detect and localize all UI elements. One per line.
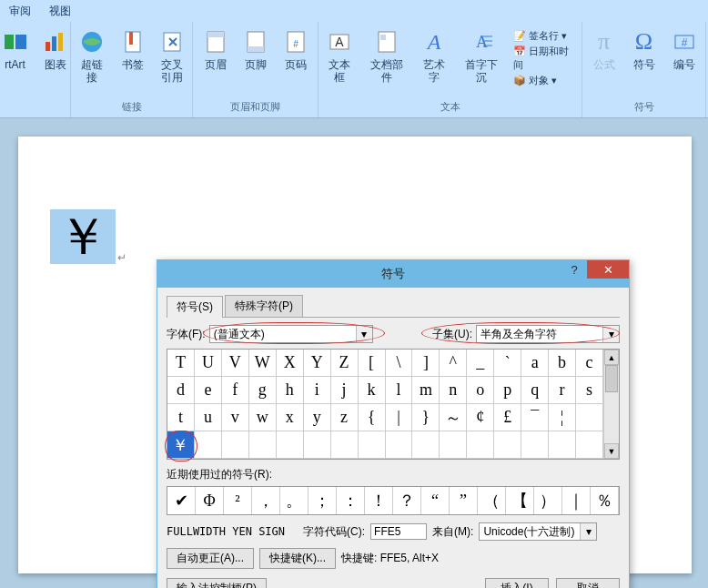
ribbon-bookmark[interactable]: 书签: [114, 25, 153, 86]
symbol-cell[interactable]: [576, 431, 603, 459]
ribbon-smartart[interactable]: rtArt: [0, 25, 35, 73]
cancel-button[interactable]: 取消: [556, 578, 620, 588]
symbol-cell[interactable]: {: [359, 404, 386, 431]
insert-button[interactable]: 插入(I): [485, 578, 549, 588]
subset-select[interactable]: 半角及全角字符 ▾: [476, 325, 620, 343]
ribbon-symbol[interactable]: Ω 符号: [624, 25, 664, 73]
symbol-cell[interactable]: [304, 431, 331, 459]
ribbon-footer[interactable]: 页脚: [236, 25, 276, 73]
symbol-cell[interactable]: [249, 431, 277, 459]
symbol-cell[interactable]: [440, 431, 467, 459]
ribbon-chart[interactable]: 图表: [35, 25, 76, 73]
symbol-cell[interactable]: x: [277, 404, 304, 431]
symbol-cell[interactable]: u: [195, 404, 222, 431]
ribbon-crossref[interactable]: 交叉 引用: [153, 25, 192, 86]
ribbon-textbox[interactable]: A 文本框: [319, 25, 360, 91]
symbol-cell[interactable]: [277, 431, 304, 459]
symbol-cell[interactable]: ¢: [467, 404, 494, 431]
symbol-cell[interactable]: [549, 431, 576, 459]
symbol-cell[interactable]: [412, 431, 440, 459]
ime-handle-button[interactable]: 输入法控制柄(P): [167, 578, 267, 588]
recent-symbol-cell[interactable]: ％: [591, 487, 619, 514]
ribbon-wordart[interactable]: A 艺术字: [413, 25, 455, 91]
symbol-cell[interactable]: [494, 431, 521, 459]
shortcut-key-button[interactable]: 快捷键(K)...: [259, 548, 336, 569]
scroll-down-button[interactable]: ▼: [604, 443, 619, 459]
ribbon-quickparts[interactable]: 文档部件: [360, 25, 413, 91]
symbol-cell[interactable]: c: [576, 350, 603, 377]
symbol-cell[interactable]: m: [412, 377, 440, 404]
symbol-cell[interactable]: b: [549, 350, 576, 377]
recent-symbol-cell[interactable]: ；: [308, 487, 337, 514]
symbol-cell[interactable]: j: [331, 377, 359, 404]
symbol-cell[interactable]: k: [359, 377, 386, 404]
symbol-cell[interactable]: r: [549, 377, 576, 404]
menu-review[interactable]: 审阅: [9, 4, 31, 18]
ribbon-header[interactable]: 页眉: [196, 25, 236, 73]
menu-view[interactable]: 视图: [49, 4, 71, 18]
symbol-cell[interactable]: h: [277, 377, 304, 404]
close-button[interactable]: ✕: [587, 260, 629, 279]
symbol-cell[interactable]: [386, 431, 413, 459]
symbol-cell[interactable]: i: [304, 377, 331, 404]
symbol-cell[interactable]: [467, 431, 494, 459]
symbol-cell[interactable]: [331, 431, 359, 459]
symbol-cell[interactable]: f: [222, 377, 249, 404]
symbol-cell[interactable]: s: [576, 377, 603, 404]
recent-symbol-cell[interactable]: ！: [365, 487, 393, 514]
symbol-cell[interactable]: T: [167, 350, 195, 377]
ribbon-number[interactable]: # 编号: [664, 25, 704, 73]
ribbon-signature[interactable]: 📝 签名行 ▾: [513, 29, 576, 43]
symbol-cell[interactable]: \: [386, 350, 413, 377]
ribbon-hyperlink[interactable]: 超链接: [71, 25, 114, 86]
recent-symbol-cell[interactable]: ）: [534, 487, 562, 514]
symbol-cell[interactable]: Z: [331, 350, 359, 377]
recent-symbol-cell[interactable]: ²: [224, 487, 252, 514]
symbol-cell[interactable]: d: [167, 377, 195, 404]
symbol-cell[interactable]: p: [494, 377, 521, 404]
symbol-cell[interactable]: z: [331, 404, 359, 431]
symbol-cell[interactable]: t: [167, 404, 195, 431]
help-button[interactable]: ?: [561, 260, 587, 279]
recent-symbol-cell[interactable]: ｜: [562, 487, 591, 514]
symbol-cell[interactable]: v: [222, 404, 249, 431]
dialog-titlebar[interactable]: 符号 ? ✕: [157, 260, 629, 288]
symbol-cell[interactable]: X: [277, 350, 304, 377]
recent-symbol-cell[interactable]: ”: [450, 487, 478, 514]
symbol-cell[interactable]: £: [494, 404, 521, 431]
scroll-up-button[interactable]: ▲: [604, 350, 619, 365]
symbol-cell[interactable]: `: [494, 350, 521, 377]
symbol-cell[interactable]: a: [521, 350, 549, 377]
ribbon-dropcap[interactable]: A 首字下沉: [455, 25, 508, 91]
tab-special[interactable]: 特殊字符(P): [225, 295, 303, 317]
symbol-cell[interactable]: e: [195, 377, 222, 404]
ribbon-datetime[interactable]: 📅 日期和时间: [513, 45, 576, 72]
symbol-cell[interactable]: Y: [304, 350, 331, 377]
recent-symbol-cell[interactable]: ？: [393, 487, 421, 514]
symbol-cell[interactable]: ¯: [521, 404, 549, 431]
symbol-cell[interactable]: l: [386, 377, 413, 404]
symbol-cell[interactable]: [: [359, 350, 386, 377]
autocorrect-button[interactable]: 自动更正(A)...: [167, 548, 254, 569]
char-code-input[interactable]: [370, 523, 427, 540]
ribbon-equation[interactable]: π 公式: [584, 25, 624, 73]
symbol-cell[interactable]: n: [440, 377, 467, 404]
symbol-cell[interactable]: q: [521, 377, 549, 404]
recent-symbol-cell[interactable]: Φ: [196, 487, 224, 514]
symbol-cell[interactable]: W: [249, 350, 277, 377]
symbol-cell[interactable]: V: [222, 350, 249, 377]
tab-symbols[interactable]: 符号(S): [167, 296, 223, 318]
recent-symbol-cell[interactable]: 【: [506, 487, 534, 514]
recent-symbol-cell[interactable]: 。: [280, 487, 308, 514]
symbol-cell[interactable]: y: [304, 404, 331, 431]
symbol-cell[interactable]: ～: [440, 404, 467, 431]
font-select[interactable]: (普通文本) ▾: [209, 325, 373, 343]
symbol-cell[interactable]: ]: [412, 350, 440, 377]
recent-symbol-cell[interactable]: ，: [252, 487, 280, 514]
recent-symbol-cell[interactable]: ✔: [167, 487, 196, 514]
symbol-cell[interactable]: ￥: [167, 431, 195, 459]
symbol-cell[interactable]: ¦: [549, 404, 576, 431]
scroll-thumb[interactable]: [605, 365, 618, 392]
symbol-cell[interactable]: [521, 431, 549, 459]
symbol-cell[interactable]: _: [467, 350, 494, 377]
